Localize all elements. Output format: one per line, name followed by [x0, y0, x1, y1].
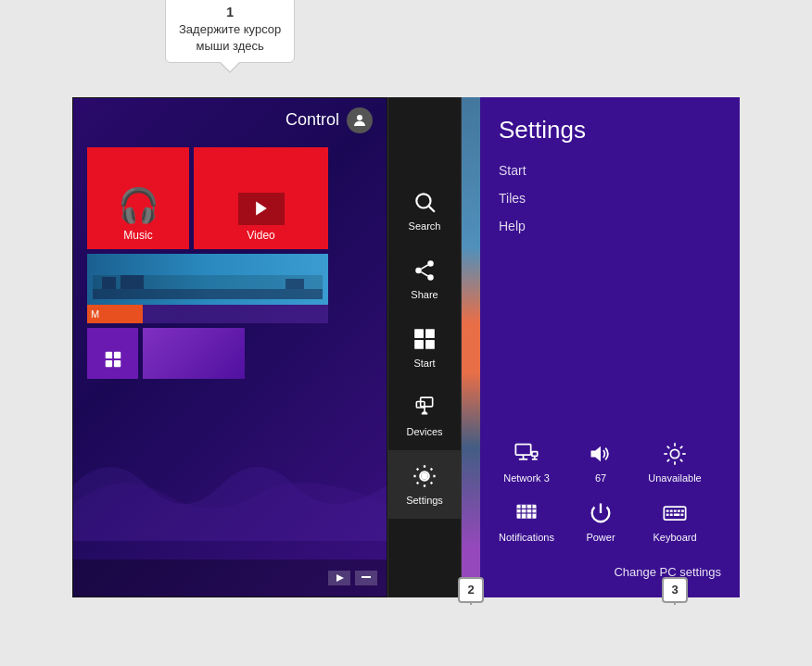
start-screen-bottom [73, 559, 387, 597]
svg-rect-21 [422, 412, 428, 414]
svg-point-22 [422, 472, 428, 479]
charm-settings-label: Settings [406, 495, 443, 506]
settings-links: Start Tiles Help [499, 163, 721, 233]
keyboard-icon [660, 498, 690, 528]
svg-rect-53 [666, 513, 669, 515]
settings-power[interactable]: Power [573, 498, 628, 543]
charm-share-label: Share [411, 289, 438, 300]
tile-small-wide[interactable] [143, 328, 245, 379]
tile-video-label: Video [247, 229, 274, 242]
svg-point-0 [357, 115, 362, 120]
charms-bar: Search Share [387, 97, 462, 597]
network-icon [512, 439, 541, 469]
user-icon[interactable] [347, 107, 373, 133]
svg-rect-56 [680, 513, 683, 515]
settings-icons-row-1: Network 3 67 [499, 439, 721, 484]
settings-icons-row-2: Notifications Power [499, 498, 721, 543]
start-screen-header: Control [73, 98, 387, 143]
tile-small-purple[interactable] [87, 328, 138, 379]
svg-rect-55 [674, 513, 679, 515]
svg-marker-6 [336, 574, 344, 582]
settings-icon [412, 463, 438, 489]
svg-point-10 [427, 260, 434, 267]
charm-search[interactable]: Search [388, 176, 461, 245]
settings-brightness[interactable]: Unavailable [647, 439, 703, 484]
brightness-icon [660, 439, 690, 469]
charm-start-label: Start [413, 358, 435, 369]
svg-point-31 [670, 449, 679, 458]
charm-devices-label: Devices [406, 426, 442, 437]
svg-line-38 [680, 446, 682, 447]
svg-rect-48 [666, 509, 669, 511]
svg-line-39 [667, 459, 669, 460]
settings-title: Settings [499, 116, 721, 145]
settings-network[interactable]: Network 3 [499, 439, 554, 484]
charm-settings[interactable]: Settings [388, 450, 461, 519]
svg-rect-18 [425, 340, 435, 349]
power-label: Power [586, 532, 615, 543]
svg-marker-30 [591, 446, 602, 460]
svg-marker-1 [256, 202, 267, 216]
keyboard-label: Keyboard [653, 532, 696, 543]
tile-music-label: Music [123, 229, 152, 242]
svg-rect-2 [105, 351, 111, 358]
volume-label: 67 [595, 472, 606, 484]
svg-line-37 [680, 459, 682, 460]
tile-wide[interactable]: M [87, 254, 328, 323]
svg-line-36 [667, 446, 669, 447]
charm-search-label: Search [409, 220, 441, 232]
video-play-icon [238, 193, 285, 225]
svg-line-13 [421, 271, 427, 275]
tooltip-line2: мыши здесь [179, 38, 281, 55]
notifications-label: Notifications [499, 532, 554, 543]
svg-rect-7 [362, 576, 371, 578]
settings-link-tiles[interactable]: Tiles [499, 191, 721, 206]
notifications-icon [512, 498, 541, 528]
settings-panel: Settings Start Tiles Help [480, 97, 740, 597]
svg-line-14 [421, 265, 427, 269]
volume-icon [586, 439, 615, 469]
callout-2-container: 2 [452, 577, 489, 614]
svg-rect-49 [670, 509, 673, 511]
settings-volume[interactable]: 67 [573, 439, 628, 484]
svg-point-12 [427, 274, 434, 281]
windows-icon [412, 326, 438, 352]
devices-icon [412, 395, 438, 421]
svg-rect-17 [414, 340, 424, 349]
svg-rect-3 [113, 351, 120, 358]
tooltip-number: 1 [179, 4, 281, 22]
svg-rect-5 [113, 359, 120, 366]
minimize-btn[interactable] [355, 571, 377, 585]
callout-3: 3 [662, 577, 688, 603]
tooltip: 1 Задержите курсор мыши здесь [165, 0, 295, 63]
share-icon [412, 258, 438, 283]
tile-video[interactable]: Video [194, 147, 328, 249]
tile-music[interactable]: 🎧 Music [87, 147, 189, 249]
headphones-icon: 🎧 [118, 186, 159, 225]
svg-rect-16 [425, 329, 435, 338]
svg-rect-4 [105, 359, 111, 366]
brightness-label: Unavailable [648, 472, 701, 484]
wave-decoration [73, 430, 387, 541]
svg-point-8 [416, 194, 430, 207]
svg-rect-51 [678, 509, 680, 511]
svg-rect-24 [515, 444, 530, 455]
search-icon [412, 189, 438, 215]
svg-rect-47 [664, 507, 685, 520]
svg-rect-27 [532, 451, 538, 456]
callout-3-container: 3 [656, 577, 693, 614]
charm-devices[interactable]: Devices [388, 382, 461, 450]
settings-link-help[interactable]: Help [499, 219, 721, 233]
charm-share[interactable]: Share [388, 245, 461, 313]
settings-link-start[interactable]: Start [499, 163, 721, 178]
svg-rect-15 [414, 329, 424, 338]
image-strip [462, 97, 480, 597]
settings-notifications[interactable]: Notifications [499, 498, 554, 543]
scroll-right-btn[interactable] [328, 571, 350, 585]
svg-rect-52 [681, 509, 684, 511]
svg-rect-50 [674, 509, 677, 511]
charm-start[interactable]: Start [388, 313, 461, 382]
svg-point-11 [415, 267, 422, 273]
settings-keyboard[interactable]: Keyboard [647, 498, 703, 543]
tiles-grid: 🎧 Music Video [73, 143, 387, 383]
